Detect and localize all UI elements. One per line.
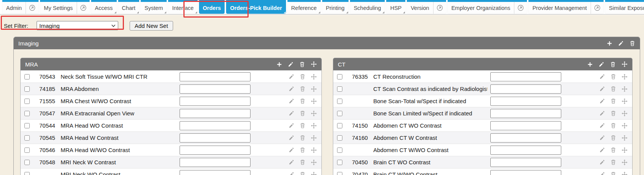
- trash-icon[interactable]: [300, 110, 305, 116]
- move-icon[interactable]: [311, 86, 317, 92]
- tab-provider-management[interactable]: Provider Management: [528, 0, 604, 14]
- row-checkbox[interactable]: [337, 135, 342, 141]
- plus-icon[interactable]: [276, 62, 282, 67]
- tab-popout-section[interactable]: [514, 0, 527, 14]
- move-icon[interactable]: [622, 98, 628, 104]
- pencil-icon[interactable]: [289, 110, 294, 116]
- pencil-icon[interactable]: [289, 147, 294, 153]
- trash-icon[interactable]: [610, 110, 616, 116]
- move-icon[interactable]: [311, 172, 317, 175]
- move-icon[interactable]: [622, 86, 628, 92]
- row-checkbox[interactable]: [24, 111, 30, 116]
- pencil-icon[interactable]: [599, 62, 604, 67]
- pencil-icon[interactable]: [289, 74, 294, 79]
- trash-icon[interactable]: [300, 74, 305, 79]
- pencil-icon[interactable]: [289, 86, 294, 92]
- trash-icon[interactable]: [610, 135, 616, 141]
- move-icon[interactable]: [311, 159, 317, 165]
- move-icon[interactable]: [311, 110, 317, 117]
- tab-popout-section[interactable]: [26, 0, 39, 14]
- trash-icon[interactable]: [610, 98, 616, 104]
- trash-icon[interactable]: [300, 147, 305, 153]
- row-checkbox[interactable]: [337, 147, 342, 153]
- row-text-input[interactable]: [490, 170, 561, 175]
- trash-icon[interactable]: [300, 135, 305, 141]
- trash-icon[interactable]: [610, 62, 616, 67]
- row-text-input[interactable]: [180, 84, 251, 94]
- row-text-input[interactable]: [490, 97, 561, 106]
- pencil-icon[interactable]: [599, 86, 605, 92]
- pencil-icon[interactable]: [289, 172, 294, 175]
- trash-icon[interactable]: [630, 41, 635, 46]
- row-checkbox[interactable]: [24, 74, 30, 79]
- row-text-input[interactable]: [490, 158, 561, 167]
- pencil-icon[interactable]: [618, 41, 624, 46]
- row-text-input[interactable]: [490, 109, 561, 118]
- row-checkbox[interactable]: [24, 99, 30, 104]
- tab-admin[interactable]: Admin: [2, 0, 39, 14]
- pencil-icon[interactable]: [599, 110, 605, 116]
- row-checkbox[interactable]: [24, 172, 30, 175]
- row-text-input[interactable]: [180, 121, 251, 130]
- row-checkbox[interactable]: [337, 160, 342, 165]
- tab-interface[interactable]: Interface: [168, 0, 197, 14]
- row-checkbox[interactable]: [337, 99, 342, 104]
- pencil-icon[interactable]: [599, 98, 605, 104]
- pencil-icon[interactable]: [289, 135, 294, 141]
- trash-icon[interactable]: [300, 159, 305, 165]
- tab-popout-section[interactable]: [591, 0, 604, 14]
- pencil-icon[interactable]: [599, 123, 605, 128]
- row-text-input[interactable]: [490, 72, 561, 81]
- move-icon[interactable]: [311, 74, 317, 80]
- tab-chart[interactable]: Chart: [118, 0, 139, 14]
- move-icon[interactable]: [622, 74, 628, 80]
- tab-reference[interactable]: Reference: [287, 0, 321, 14]
- row-text-input[interactable]: [180, 109, 251, 118]
- row-checkbox[interactable]: [337, 86, 342, 92]
- row-text-input[interactable]: [180, 170, 251, 175]
- pencil-icon[interactable]: [599, 147, 605, 153]
- move-icon[interactable]: [311, 147, 317, 153]
- move-icon[interactable]: [311, 135, 317, 141]
- row-text-input[interactable]: [490, 121, 561, 130]
- row-checkbox[interactable]: [24, 123, 30, 128]
- row-checkbox[interactable]: [337, 123, 342, 128]
- trash-icon[interactable]: [300, 172, 305, 175]
- tab-version[interactable]: Version: [407, 0, 446, 14]
- row-text-input[interactable]: [490, 133, 561, 143]
- row-checkbox[interactable]: [337, 74, 342, 79]
- move-icon[interactable]: [311, 123, 317, 129]
- tab-employer-organizations[interactable]: Employer Organizations: [448, 0, 527, 14]
- pencil-icon[interactable]: [289, 159, 294, 165]
- tab-access[interactable]: Access: [91, 0, 117, 14]
- row-checkbox[interactable]: [24, 147, 30, 153]
- row-text-input[interactable]: [490, 146, 561, 155]
- pencil-icon[interactable]: [289, 98, 294, 104]
- row-text-input[interactable]: [180, 97, 251, 106]
- pencil-icon[interactable]: [599, 172, 605, 175]
- plus-icon[interactable]: [607, 41, 612, 46]
- trash-icon[interactable]: [610, 172, 616, 175]
- row-text-input[interactable]: [180, 158, 251, 167]
- row-text-input[interactable]: [180, 146, 251, 155]
- row-checkbox[interactable]: [337, 172, 342, 175]
- plus-icon[interactable]: [587, 62, 593, 67]
- trash-icon[interactable]: [610, 74, 616, 79]
- trash-icon[interactable]: [300, 123, 305, 128]
- move-icon[interactable]: [622, 147, 628, 153]
- tab-popout-section[interactable]: [433, 0, 446, 14]
- tab-similar-exposure-groups-segs[interactable]: Similar Exposure Groups (SEGs): [605, 0, 644, 14]
- row-text-input[interactable]: [180, 133, 251, 143]
- trash-icon[interactable]: [300, 98, 305, 104]
- pencil-icon[interactable]: [288, 62, 294, 67]
- trash-icon[interactable]: [610, 86, 616, 92]
- tab-orders-pick-builder[interactable]: Orders-Pick Builder: [226, 0, 286, 14]
- trash-icon[interactable]: [610, 123, 616, 128]
- move-icon[interactable]: [622, 61, 628, 67]
- row-text-input[interactable]: [490, 84, 561, 94]
- tab-system[interactable]: System: [141, 0, 167, 14]
- trash-icon[interactable]: [300, 86, 305, 92]
- tab-hsp[interactable]: HSP: [386, 0, 405, 14]
- move-icon[interactable]: [622, 123, 628, 129]
- tab-popout-section[interactable]: [77, 0, 90, 14]
